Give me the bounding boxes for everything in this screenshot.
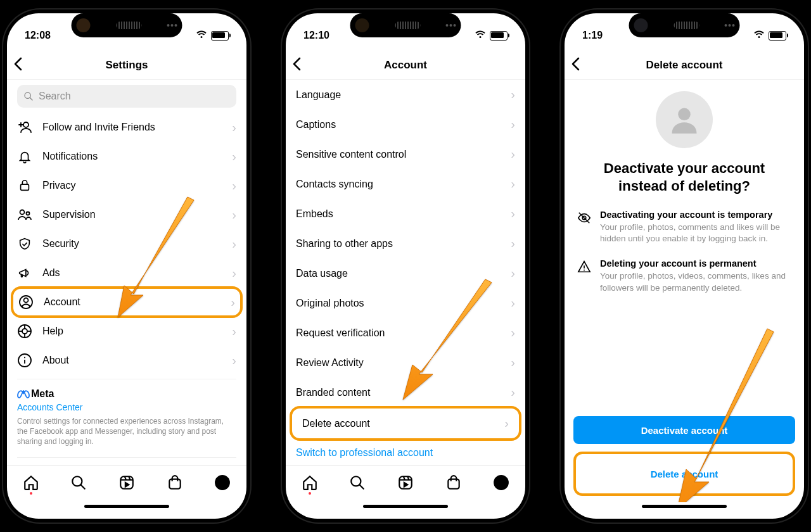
row-sensitive[interactable]: Sensitive content control›: [286, 139, 525, 169]
svg-rect-33: [448, 479, 459, 489]
tab-home[interactable]: [23, 474, 39, 491]
link-switch-pro[interactable]: Switch to professional account: [286, 440, 525, 465]
row-verify[interactable]: Request verification›: [286, 318, 525, 348]
megaphone-icon: [17, 265, 32, 281]
row-security[interactable]: Security ›: [7, 229, 246, 258]
home-indicator: [565, 502, 804, 519]
search-input[interactable]: Search: [17, 85, 236, 108]
dynamic-island: [72, 13, 182, 37]
home-indicator: [286, 502, 525, 519]
row-about[interactable]: About ›: [7, 346, 246, 375]
chevron-right-icon: ›: [511, 147, 515, 162]
accounts-center-link[interactable]: Accounts Center: [7, 401, 246, 412]
chevron-right-icon: ›: [232, 324, 236, 339]
tab-reels[interactable]: [397, 474, 414, 491]
battery-icon: [211, 31, 229, 41]
row-follow-invite[interactable]: Follow and Invite Friends ›: [7, 113, 246, 142]
row-label: Notifications: [42, 151, 232, 162]
accounts-center-desc: Control settings for connected experienc…: [7, 412, 246, 453]
search-placeholder: Search: [39, 91, 71, 102]
row-delete-account[interactable]: Delete account›: [290, 406, 521, 441]
row-help[interactable]: Help ›: [7, 317, 246, 346]
svg-point-6: [20, 210, 25, 215]
deactivate-button[interactable]: Deactivate account: [573, 416, 795, 444]
lock-icon: [17, 178, 32, 193]
row-label: Security: [42, 238, 232, 250]
row-review[interactable]: Review Activity›: [286, 348, 525, 377]
logins-label: Logins: [7, 458, 246, 465]
status-time: 12:10: [303, 30, 329, 41]
svg-line-1: [30, 98, 32, 100]
chevron-right-icon: ›: [511, 177, 515, 191]
warning-icon: [577, 260, 591, 293]
chevron-right-icon: ›: [232, 266, 236, 281]
deactivate-heading: Deactivate your account instead of delet…: [565, 156, 804, 206]
tab-home[interactable]: [302, 474, 318, 491]
tab-profile[interactable]: [493, 474, 509, 491]
chevron-right-icon: ›: [511, 355, 515, 370]
tab-reels[interactable]: [118, 474, 135, 491]
row-label: Ads: [42, 267, 232, 279]
row-original[interactable]: Original photos›: [286, 288, 525, 318]
svg-point-26: [215, 475, 230, 490]
battery-icon: [769, 31, 786, 41]
svg-point-39: [584, 270, 585, 271]
chevron-right-icon: ›: [232, 208, 236, 222]
meta-brand: Meta: [7, 379, 246, 401]
row-label: Follow and Invite Friends: [42, 122, 232, 133]
chevron-right-icon: ›: [232, 237, 236, 251]
row-data[interactable]: Data usage›: [286, 258, 525, 288]
row-language[interactable]: Language›: [286, 80, 525, 110]
back-button[interactable]: [292, 56, 301, 74]
info-delete: Deleting your account is permanent Your …: [565, 255, 804, 303]
svg-line-20: [81, 484, 86, 489]
tab-shop[interactable]: [167, 474, 183, 491]
row-label: About: [42, 355, 232, 366]
row-privacy[interactable]: Privacy ›: [7, 171, 246, 200]
people-icon: [17, 207, 32, 222]
row-supervision[interactable]: Supervision ›: [7, 200, 246, 229]
chevron-right-icon: ›: [511, 236, 515, 251]
delete-button[interactable]: Delete account: [573, 452, 795, 496]
home-indicator: [7, 502, 246, 519]
tab-search[interactable]: [349, 474, 366, 491]
page-title: Account: [384, 59, 427, 72]
svg-point-18: [24, 357, 25, 358]
add-user-icon: [17, 120, 32, 135]
row-ads[interactable]: Ads ›: [7, 258, 246, 288]
phone-delete-account: 1:19 Delete account Deactivate your acco…: [561, 10, 808, 522]
row-label: Privacy: [42, 180, 232, 191]
svg-rect-29: [399, 476, 412, 489]
back-button[interactable]: [13, 56, 22, 74]
help-icon: [17, 324, 32, 339]
wifi-icon: [753, 30, 765, 41]
nav-header: Delete account: [565, 51, 804, 80]
svg-point-11: [22, 329, 27, 334]
info-icon: [17, 353, 32, 368]
tab-profile[interactable]: [214, 474, 231, 491]
status-time: 1:19: [582, 30, 603, 41]
row-label: Account: [44, 296, 231, 308]
wifi-icon: [475, 30, 486, 41]
chevron-right-icon: ›: [511, 326, 515, 340]
wifi-icon: [196, 30, 207, 41]
svg-line-28: [360, 484, 364, 489]
row-label: Help: [42, 326, 232, 337]
row-branded[interactable]: Branded content›: [286, 377, 525, 407]
row-embeds[interactable]: Embeds›: [286, 199, 525, 229]
nav-header: Settings: [7, 51, 246, 80]
row-contacts[interactable]: Contacts syncing›: [286, 169, 525, 199]
back-button[interactable]: [571, 56, 580, 74]
account-icon: [18, 294, 34, 310]
tab-search[interactable]: [70, 474, 87, 491]
row-account[interactable]: Account ›: [11, 286, 243, 318]
tab-bar: [7, 465, 246, 502]
chevron-right-icon: ›: [504, 416, 509, 431]
row-notifications[interactable]: Notifications ›: [7, 142, 246, 171]
svg-point-34: [494, 475, 509, 490]
row-sharing[interactable]: Sharing to other apps›: [286, 229, 525, 258]
tab-shop[interactable]: [445, 474, 462, 491]
chevron-right-icon: ›: [511, 206, 515, 221]
chevron-right-icon: ›: [232, 353, 236, 368]
row-captions[interactable]: Captions›: [286, 110, 525, 139]
